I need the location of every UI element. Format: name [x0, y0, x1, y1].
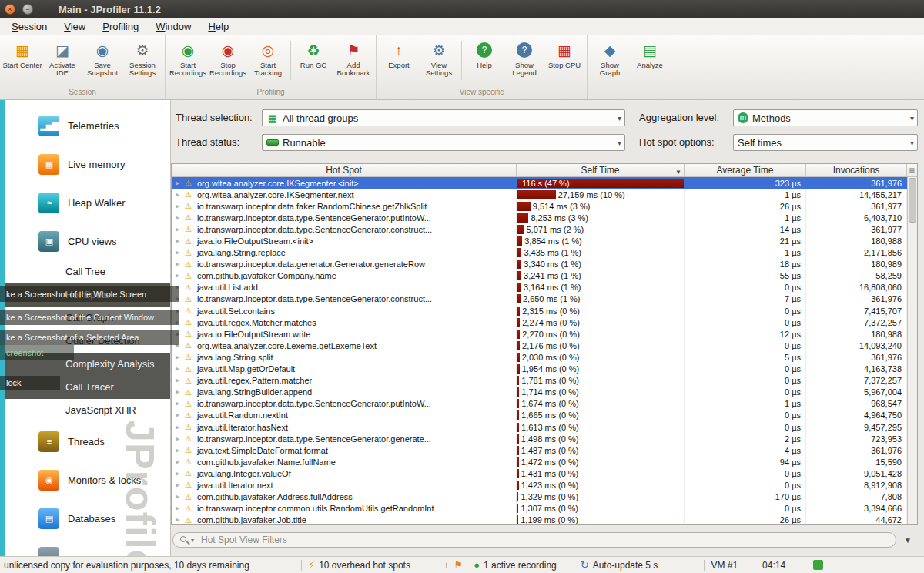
sidebar-item-call-tree[interactable]: Call Tree	[0, 260, 170, 283]
menu-profiling[interactable]: Profiling	[94, 18, 147, 35]
menu-window[interactable]: Window	[147, 18, 199, 35]
active-recording-status[interactable]: ● 1 active recording	[474, 560, 557, 571]
table-row[interactable]: ▶⚠io.transwarp.inceptor.data.type.Senten…	[172, 398, 907, 410]
minimize-button[interactable]: −	[22, 4, 33, 15]
table-row[interactable]: ▶⚠io.transwarp.inceptor.data.type.Senten…	[172, 223, 907, 235]
help-button[interactable]: ?Help	[464, 39, 504, 69]
sidebar-item-call-graph[interactable]: Call Graph	[0, 307, 170, 330]
table-row[interactable]: ▶⚠java.lang.String.replace3,435 ms (1 %)…	[172, 247, 907, 259]
stop-cpu-button[interactable]: ▦Stop CPU	[544, 39, 584, 69]
hot-spot-view-filters-input[interactable]	[172, 532, 896, 548]
table-row[interactable]: ▶⚠java.util.regex.Pattern.matcher1,781 m…	[172, 375, 907, 387]
table-row[interactable]: ▶⚠java.text.SimpleDateFormat.format1,487…	[172, 444, 907, 456]
expand-icon[interactable]: ▶	[176, 436, 182, 442]
expand-icon[interactable]: ▶	[176, 517, 182, 523]
sidebar-item-complexity-analysis[interactable]: Complexity Analysis	[0, 353, 170, 376]
expand-icon[interactable]: ▶	[176, 343, 182, 349]
table-row[interactable]: ▶⚠io.transwarp.inceptor.common.utils.Ran…	[172, 503, 907, 514]
expand-icon[interactable]: ▶	[176, 482, 182, 488]
sidebar-item-call-tracer[interactable]: Call Tracer	[0, 376, 170, 399]
table-row[interactable]: ▶⚠java.util.List.add3,164 ms (1 %)0 µs16…	[172, 282, 907, 293]
expand-icon[interactable]: ▶	[176, 377, 182, 384]
expand-icon[interactable]: ▶	[176, 447, 182, 454]
start-recordings-button[interactable]: ◉Start Recordings	[168, 39, 208, 77]
activate-ide-button[interactable]: ◪Activate IDE	[42, 39, 82, 77]
session-settings-button[interactable]: ⚙Session Settings	[122, 39, 162, 77]
column-header-self-time[interactable]: Self Time ▼	[517, 164, 685, 176]
expand-icon[interactable]: ▶	[176, 320, 182, 326]
expand-icon[interactable]: ▶	[176, 250, 182, 256]
start-tracking-button[interactable]: ◎Start Tracking	[248, 39, 288, 77]
table-row[interactable]: ▶⚠java.util.Map.getOrDefault1,954 ms (0 …	[172, 364, 907, 375]
expand-icon[interactable]: ▶	[176, 505, 182, 511]
expand-icon[interactable]: ▶	[176, 308, 182, 314]
expand-icon[interactable]: ▶	[176, 203, 182, 209]
sidebar-item-cpu-views[interactable]: ▣CPU views	[0, 222, 170, 260]
menu-view[interactable]: View	[55, 18, 94, 35]
expand-icon[interactable]: ▶	[176, 261, 182, 267]
sidebar-item-telemetries[interactable]: ▂▅▇Telemetries	[0, 106, 170, 145]
table-row[interactable]: ▶⚠io.transwarp.inceptor.data.type.Senten…	[172, 433, 907, 444]
auto-update-control[interactable]: ↻ Auto-update 5 s	[581, 560, 658, 571]
table-row[interactable]: ▶⚠java.util.Iterator.hasNext1,613 ms (0 …	[172, 421, 907, 433]
expand-icon[interactable]: ▶	[176, 226, 182, 233]
table-row[interactable]: ▶⚠com.github.javafaker.Job.title1,199 ms…	[172, 514, 907, 524]
hotspot-options-dropdown[interactable]: Self times ▾	[733, 134, 918, 151]
table-row[interactable]: ▶⚠com.github.javafaker.Company.name3,241…	[172, 270, 907, 282]
sidebar-item-hot-spots[interactable]: Hot Spots	[0, 283, 170, 307]
table-row[interactable]: ▶⚠java.util.Random.nextInt1,665 ms (0 %)…	[172, 410, 907, 421]
expand-icon[interactable]: ▶	[176, 471, 182, 477]
analyze-button[interactable]: ▤Analyze	[630, 39, 670, 69]
table-row[interactable]: ▶⚠java.util.regex.Matcher.matches2,274 m…	[172, 317, 907, 328]
table-row[interactable]: ▶⚠java.util.Iterator.next1,423 ms (0 %)0…	[172, 479, 907, 491]
menu-help[interactable]: Help	[199, 18, 237, 35]
thread-selection-dropdown[interactable]: ▦ All thread groups ▾	[262, 109, 625, 126]
expand-icon[interactable]: ▶	[176, 494, 182, 500]
run-gc-button[interactable]: ♻Run GC	[293, 39, 333, 69]
table-row[interactable]: ▶⚠java.lang.String.split2,030 ms (0 %)5 …	[172, 351, 907, 363]
export-button[interactable]: ↑Export	[379, 39, 419, 69]
expand-icon[interactable]: ▶	[176, 215, 182, 221]
table-row[interactable]: ▶⚠io.transwarp.inceptor.data.generator.G…	[172, 259, 907, 270]
vertical-scrollbar[interactable]	[907, 177, 917, 524]
expand-icon[interactable]: ▶	[176, 273, 182, 279]
table-row[interactable]: ▶⚠io.transwarp.inceptor.data.type.Senten…	[172, 212, 907, 223]
table-row[interactable]: ▶⚠java.util.Set.contains2,315 ms (0 %)0 …	[172, 305, 907, 317]
show-legend-button[interactable]: ?Show Legend	[504, 39, 544, 77]
view-settings-button[interactable]: ⚙View Settings	[419, 39, 459, 77]
table-row[interactable]: ▶⚠com.github.javafaker.Address.fullAddre…	[172, 491, 907, 503]
table-row[interactable]: ▶⚠com.github.javafaker.Name.fullName1,47…	[172, 456, 907, 467]
table-row[interactable]: ▶⚠org.wltea.analyzer.core.IKSegmenter.ne…	[172, 189, 907, 200]
column-header-invocations[interactable]: Invocations	[806, 164, 907, 176]
sidebar-item-outlier-detection[interactable]: Outlier Detection	[0, 330, 170, 353]
menu-session[interactable]: Session	[3, 18, 55, 35]
table-row[interactable]: ▶⚠io.transwarp.inceptor.data.faker.Rando…	[172, 200, 907, 212]
sidebar-item-live-memory[interactable]: ▦Live memory	[0, 145, 170, 183]
add-bookmark-button[interactable]: ⚑Add Bookmark	[333, 39, 373, 77]
stop-recordings-button[interactable]: ◉Stop Recordings	[208, 39, 248, 77]
sidebar-item-javascript-xhr[interactable]: JavaScript XHR	[0, 399, 170, 422]
expand-icon[interactable]: ▶	[176, 331, 182, 337]
sidebar-item-heap-walker[interactable]: ≈Heap Walker	[0, 183, 170, 222]
aggregation-level-dropdown[interactable]: m Methods ▾	[733, 109, 918, 126]
expand-icon[interactable]: ▶	[176, 459, 182, 465]
show-graph-button[interactable]: ◆Show Graph	[590, 39, 630, 77]
close-button[interactable]: ×	[5, 4, 15, 15]
expand-icon[interactable]: ▶	[176, 400, 182, 407]
table-row[interactable]: ▶⚠io.transwarp.inceptor.data.type.Senten…	[172, 293, 907, 305]
scrollbar-thumb[interactable]	[909, 178, 916, 223]
expand-icon[interactable]: ▶	[176, 238, 182, 244]
expand-icon[interactable]: ▶	[176, 389, 182, 395]
table-row[interactable]: ▶⚠java.lang.Integer.valueOf1,431 ms (0 %…	[172, 467, 907, 479]
expand-icon[interactable]: ▶	[176, 192, 182, 198]
expand-icon[interactable]: ▶	[176, 354, 182, 360]
table-row[interactable]: ▶⚠java.io.FileOutputStream.write2,270 ms…	[172, 328, 907, 340]
table-row[interactable]: ▶⚠java.io.FileOutputStream.<init>3,854 m…	[172, 235, 907, 246]
filter-options-icon[interactable]: ▾	[191, 537, 194, 544]
expand-icon[interactable]: ▶	[176, 412, 182, 418]
table-options-button[interactable]: ▦	[907, 164, 917, 176]
table-row[interactable]: ▶⚠org.wltea.analyzer.core.Lexeme.getLexe…	[172, 340, 907, 351]
expand-icon[interactable]: ▶	[176, 424, 182, 431]
expand-icon[interactable]: ▶	[176, 284, 182, 290]
thread-status-dropdown[interactable]: Runnable ▾	[262, 134, 625, 151]
